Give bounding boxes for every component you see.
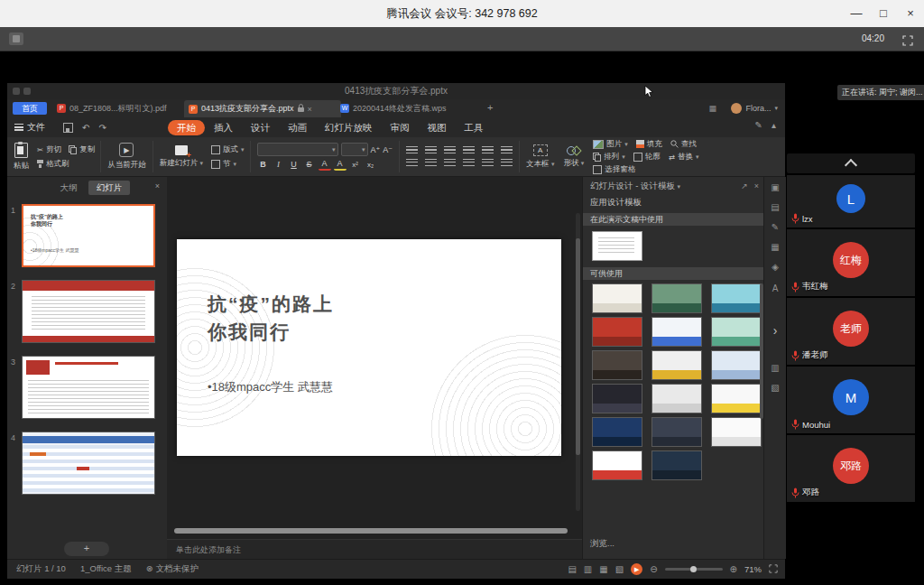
home-tab-button[interactable]: 首页 xyxy=(13,102,47,115)
bullets-button[interactable] xyxy=(406,146,418,155)
design-template-thumbnail[interactable] xyxy=(651,450,702,480)
design-template-thumbnail[interactable] xyxy=(592,317,642,347)
selection-pane-button[interactable]: 选择窗格 xyxy=(593,164,635,175)
columns-button[interactable] xyxy=(482,159,494,168)
indent-decrease-button[interactable] xyxy=(444,146,456,155)
line-spacing-button[interactable] xyxy=(482,146,494,155)
subscript-button[interactable]: x₂ xyxy=(365,159,377,171)
new-slide-button[interactable]: 新建幻灯片 ▾ xyxy=(155,137,208,176)
slide-thumbnail-4[interactable] xyxy=(22,432,155,495)
doc-tab-active-pptx[interactable]: P 0413抗疫支部分享会.pptx × xyxy=(184,100,341,117)
redo-icon[interactable]: ↷ xyxy=(98,123,106,133)
find-button[interactable]: 查找 xyxy=(670,139,697,150)
tab-outline[interactable]: 大纲 xyxy=(52,181,85,195)
menu-tab-animation[interactable]: 动画 xyxy=(279,120,316,135)
collapse-participants-button[interactable] xyxy=(787,153,915,173)
align-right-button[interactable] xyxy=(444,159,456,168)
design-template-thumbnail[interactable] xyxy=(711,350,762,380)
design-template-thumbnail[interactable] xyxy=(651,283,702,313)
protection-status[interactable]: ⊗ 文档未保护 xyxy=(146,563,199,575)
zoom-slider-thumb[interactable] xyxy=(690,566,697,572)
font-family-select[interactable] xyxy=(257,143,338,156)
template-in-use-thumbnail[interactable] xyxy=(592,231,642,261)
menu-tab-start[interactable]: 开始 xyxy=(168,120,205,135)
undo-icon[interactable]: ↶ xyxy=(82,123,89,133)
menu-tab-slideshow[interactable]: 幻灯片放映 xyxy=(316,120,382,135)
grid-pane-icon[interactable]: ▦ xyxy=(764,242,786,252)
close-icon[interactable]: × xyxy=(897,0,924,27)
section-button[interactable]: 节 ▾ xyxy=(211,159,245,170)
design-template-thumbnail[interactable] xyxy=(711,283,762,313)
slide-sorter-button[interactable]: ▥ xyxy=(584,564,592,574)
design-template-thumbnail[interactable] xyxy=(592,384,642,413)
justify-button[interactable] xyxy=(463,159,475,168)
layers-icon[interactable]: ▤ xyxy=(764,202,786,212)
numbering-button[interactable] xyxy=(425,146,437,155)
chart-pane-icon[interactable]: ▧ xyxy=(764,383,786,393)
doc-tab-wps[interactable]: W 20200414终处发言稿.wps xyxy=(336,101,476,116)
notes-bar[interactable]: 单击此处添加备注 xyxy=(167,539,582,559)
zoom-slider[interactable] xyxy=(665,568,723,571)
strikethrough-button[interactable]: S xyxy=(303,159,316,171)
picture-button[interactable]: 图片 ▾ xyxy=(593,139,628,150)
save-icon[interactable] xyxy=(63,123,73,133)
decrease-font-button[interactable]: A⁻ xyxy=(383,145,393,154)
design-template-thumbnail[interactable] xyxy=(651,350,702,380)
collapse-pane-arrow-icon[interactable]: › xyxy=(764,323,786,338)
file-menu-button[interactable]: 文件 xyxy=(14,120,45,135)
text-direction-button[interactable] xyxy=(501,146,513,155)
slide-canvas[interactable]: 抗“疫”的路上 你我同行 •18级mpacc学生 武慧慧 xyxy=(177,239,561,456)
meeting-app-icon[interactable] xyxy=(9,32,23,45)
theme-name[interactable]: 1_Office 主题 xyxy=(80,563,132,575)
fit-screen-icon[interactable] xyxy=(769,564,778,575)
media-pane-icon[interactable]: ▥ xyxy=(764,363,786,373)
italic-button[interactable]: I xyxy=(273,159,285,171)
increase-font-button[interactable]: A⁺ xyxy=(371,145,381,154)
new-tab-button[interactable]: + xyxy=(487,102,493,113)
zoom-in-icon[interactable]: ⊕ xyxy=(730,564,737,574)
replace-button[interactable]: ⇄ 替换 ▾ xyxy=(669,152,699,162)
menu-tab-insert[interactable]: 插入 xyxy=(205,120,242,135)
text-pane-icon[interactable]: A xyxy=(764,283,786,293)
add-slide-button[interactable]: + xyxy=(64,542,109,556)
align-center-button[interactable] xyxy=(425,159,437,168)
doc-tab-pdf[interactable]: P 08_ZF1808...标明引文).pdf xyxy=(52,101,188,116)
font-size-select[interactable] xyxy=(341,143,368,156)
font-color-button[interactable]: A xyxy=(319,159,331,171)
participant-video-tile[interactable]: 邓路 邓路 xyxy=(787,435,915,502)
scrollbar-thumb[interactable] xyxy=(576,238,580,455)
align-left-button[interactable] xyxy=(406,159,418,168)
apps-icon[interactable]: ▦ xyxy=(708,104,716,113)
collapse-ribbon-icon[interactable]: ▴ xyxy=(772,120,776,130)
highlight-button[interactable]: A xyxy=(334,159,346,171)
design-template-thumbnail[interactable] xyxy=(711,317,762,347)
outline-button[interactable]: 轮廓 xyxy=(633,152,661,162)
zoom-out-icon[interactable]: ⊖ xyxy=(650,564,657,574)
slide-thumbnail-1[interactable]: 抗“疫”的路上 你我同行 •18级mpacc学生 武慧慧 xyxy=(22,204,155,267)
participant-video-tile[interactable]: 老师 潘老师 xyxy=(787,298,915,365)
menu-tab-tools[interactable]: 工具 xyxy=(456,120,493,135)
fullscreen-icon[interactable] xyxy=(902,33,913,50)
design-template-thumbnail[interactable] xyxy=(651,384,702,413)
tab-slides[interactable]: 幻灯片 xyxy=(88,181,130,195)
copy-button[interactable]: 复制 xyxy=(69,144,95,155)
close-tab-icon[interactable]: × xyxy=(308,105,312,114)
participant-video-tile[interactable]: 红梅 韦红梅 xyxy=(787,229,915,296)
design-template-thumbnail[interactable] xyxy=(592,450,642,480)
shrink-text-button[interactable] xyxy=(501,159,513,168)
paste-button[interactable]: 粘贴 xyxy=(9,137,33,176)
user-account-chip[interactable]: Flora... ▾ xyxy=(731,101,778,116)
menu-tab-review[interactable]: 审阅 xyxy=(382,120,419,135)
reading-view-button[interactable]: ▦ xyxy=(599,564,607,574)
slide-thumbnail-2[interactable] xyxy=(22,280,155,343)
window-pin-icon[interactable] xyxy=(23,88,31,95)
textbox-button[interactable]: A 文本框 ▾ xyxy=(522,137,559,176)
play-from-current-button[interactable]: ▶ 从当前开始 xyxy=(103,137,151,176)
horizontal-scrollbar[interactable] xyxy=(174,528,568,534)
normal-view-button[interactable]: ▤ xyxy=(568,564,576,574)
minimize-icon[interactable]: — xyxy=(843,0,870,27)
maximize-icon[interactable]: □ xyxy=(870,0,897,27)
design-template-thumbnail[interactable] xyxy=(592,350,642,380)
close-panel-icon[interactable]: × xyxy=(155,181,160,190)
play-slideshow-button[interactable]: ▶ xyxy=(631,563,642,575)
